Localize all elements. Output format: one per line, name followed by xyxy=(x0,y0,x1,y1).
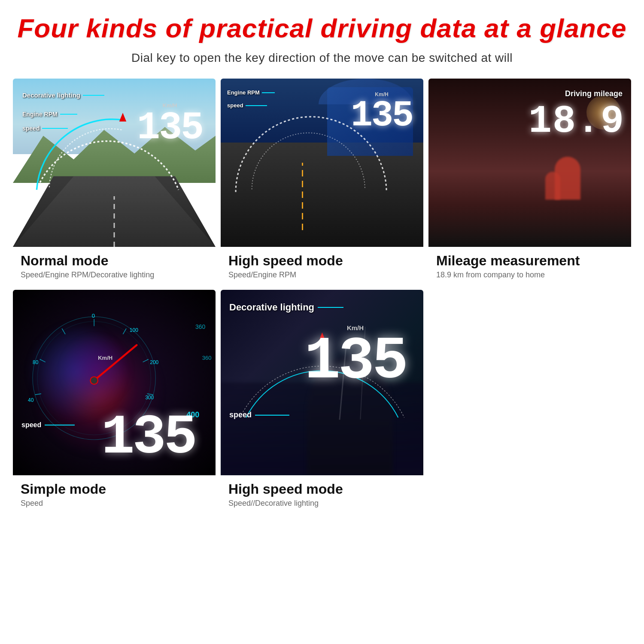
svg-line-5 xyxy=(143,359,148,362)
mode-title-mileage: Mileage measurement xyxy=(436,253,623,269)
svg-line-16 xyxy=(94,345,137,380)
mode-title-hs2: High speed mode xyxy=(228,481,416,497)
mode-sub-normal: Speed/Engine RPM/Decorative lighting xyxy=(21,270,208,279)
decorative-label-2: Decorative lighting xyxy=(229,302,343,313)
svg-text:100: 100 xyxy=(129,327,138,333)
grid-container: Decorative lighting Engine RPM speed xyxy=(13,79,631,513)
svg-text:80: 80 xyxy=(33,359,39,365)
speed-label-5: speed xyxy=(229,410,289,419)
card-bottom-normal: Normal mode Speed/Engine RPM/Decorative … xyxy=(13,247,216,285)
svg-text:300: 300 xyxy=(145,395,154,401)
mode-title-normal: Normal mode xyxy=(21,253,208,269)
mode-sub-simple: Speed xyxy=(21,499,208,508)
engine-rpm-label: Engine RPM xyxy=(22,111,77,118)
engine-label-2: Engine RPM xyxy=(227,89,275,96)
card-bottom-simple: Simple mode Speed xyxy=(13,475,216,513)
mode-sub-mileage: 18.9 km from company to home xyxy=(436,270,623,279)
svg-line-7 xyxy=(62,328,65,334)
kmh-label-simple: Km/H xyxy=(98,355,112,361)
decorative-label: Decorative lighting xyxy=(22,91,104,99)
speed-label-1: speed xyxy=(22,125,68,132)
mode-title-simple: Simple mode xyxy=(21,481,208,497)
card-high-speed: Engine RPM speed Km/H 135 High s xyxy=(221,79,423,285)
mode-sub-hs2: Speed//Decorative lighting xyxy=(228,499,416,508)
svg-text:0: 0 xyxy=(91,312,94,319)
svg-text:200: 200 xyxy=(150,359,158,365)
svg-point-17 xyxy=(90,377,98,384)
speed-value-simple: 135 xyxy=(101,410,195,466)
svg-line-9 xyxy=(35,394,41,395)
mode-sub-hs: Speed/Engine RPM xyxy=(228,270,416,279)
card-bottom-high-speed: High speed mode Speed/Engine RPM xyxy=(221,247,423,285)
speed-label-simple: speed xyxy=(21,421,75,429)
card-bottom-hs2: High speed mode Speed//Decorative lighti… xyxy=(221,475,423,513)
subtitle: Dial key to open the key direction of th… xyxy=(131,51,513,65)
svg-marker-0 xyxy=(119,113,127,122)
mode-title-hs: High speed mode xyxy=(228,253,416,269)
card-normal-mode: Decorative lighting Engine RPM speed xyxy=(13,79,216,285)
svg-text:40: 40 xyxy=(28,397,34,403)
card-simple-mode: 0 100 200 300 80 40 360 360 400 Km/H xyxy=(13,290,216,513)
speed-kmh-1: Km/H 135 xyxy=(137,102,203,147)
svg-line-8 xyxy=(39,359,45,362)
mileage-value: 18.9 xyxy=(529,102,625,141)
mileage-label: Driving mileage xyxy=(565,89,623,98)
page-wrapper: Four kinds of practical driving data at … xyxy=(0,0,644,644)
card-mileage: Driving mileage 18.9 Mileage measurement… xyxy=(428,79,631,285)
main-title: Four kinds of practical driving data at … xyxy=(17,13,626,43)
svg-line-4 xyxy=(123,328,126,334)
speed-kmh-2: Km/H 135 xyxy=(351,91,413,134)
speed-display-5: Km/H 135 xyxy=(304,324,406,392)
speed-label-2: speed xyxy=(227,102,267,109)
card-bottom-mileage: Mileage measurement 18.9 km from company… xyxy=(428,247,631,285)
card-high-speed-2: Decorative lighting speed Km/H 135 High … xyxy=(221,290,423,513)
